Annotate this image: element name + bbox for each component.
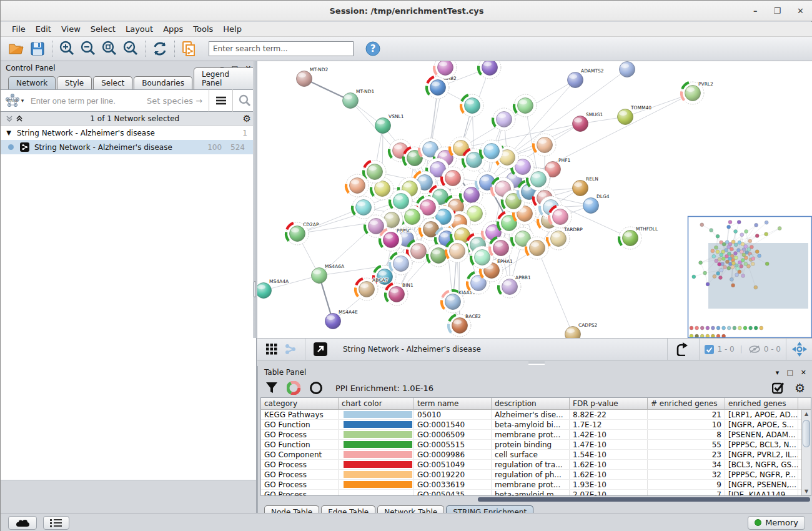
- splitter-grip[interactable]: [528, 362, 545, 365]
- table-row[interactable]: GO ProcessGO:0051049regulation of tra...…: [261, 460, 811, 470]
- chart-color-cell: [339, 460, 414, 469]
- grid-view-button[interactable]: [262, 339, 281, 359]
- network-canvas[interactable]: MT-ND2MT-ND1VSNL1GAB2ADAMTS2SMUG1TOMM40P…: [257, 61, 812, 338]
- menu-file[interactable]: File: [7, 22, 31, 36]
- panel-close-icon[interactable]: ✕: [801, 369, 806, 376]
- h-scrollbar-thumb[interactable]: [478, 497, 810, 502]
- zoom-in-button[interactable]: [56, 39, 77, 59]
- table-panel: Table Panel ▾ □ ✕ PPI Enrichment: 1.0E-1…: [257, 366, 812, 513]
- column-header-chart-color[interactable]: chart color: [339, 398, 414, 409]
- menu-view[interactable]: View: [56, 22, 86, 36]
- clone-network-button[interactable]: [179, 39, 200, 59]
- column-header-fdr-p-value[interactable]: FDR p-value: [570, 398, 648, 409]
- column-header-enriched-genes[interactable]: enriched genes: [725, 398, 798, 409]
- menu-edit[interactable]: Edit: [31, 22, 56, 36]
- collapse-expand-icons[interactable]: [6, 114, 27, 123]
- minimize-button[interactable]: –: [753, 7, 758, 15]
- scroll-up-icon[interactable]: ▲: [802, 410, 811, 419]
- table-splitter[interactable]: [257, 360, 812, 366]
- set-species-hint[interactable]: Set species →: [147, 96, 209, 106]
- network-row-selected[interactable]: String Network - Alzheimer's disease 100…: [1, 140, 256, 154]
- tab-legend-panel[interactable]: Legend Panel: [194, 67, 256, 89]
- table-row[interactable]: GO ProcessGO:0006509membrane prot...1.42…: [261, 430, 811, 440]
- cloud-tasks-button[interactable]: [8, 516, 37, 530]
- cell: [PPP5C, BCL3, N...: [725, 440, 798, 449]
- table-settings-gear-icon[interactable]: ⚙: [795, 382, 805, 394]
- tree-expand-icon[interactable]: ▼: [1, 129, 17, 136]
- title-bar: Session: /tmp/enrichmentTest.cys – ❐ ✕: [1, 1, 812, 21]
- svg-text:ABCA7: ABCA7: [372, 277, 389, 283]
- panel-splitter[interactable]: [253, 61, 257, 338]
- menu-apps[interactable]: Apps: [158, 22, 188, 36]
- menu-bar: FileEditViewSelectLayoutAppsToolsHelp: [1, 22, 812, 37]
- vertical-scrollbar[interactable]: ▲ ▼: [801, 410, 811, 496]
- zoom-out-button[interactable]: [77, 39, 99, 59]
- menu-layout[interactable]: Layout: [121, 22, 158, 36]
- cell: GO Process: [261, 460, 339, 469]
- table-row[interactable]: GO ProcessGO:0033619membrane prot...1.93…: [261, 480, 811, 490]
- svg-text:BIN1: BIN1: [402, 282, 413, 288]
- cell: 10: [648, 420, 725, 429]
- cell: 32: [648, 470, 725, 479]
- open-in-browser-button[interactable]: [310, 339, 330, 359]
- tab-boundaries[interactable]: Boundaries: [134, 76, 192, 89]
- cell: 8: [648, 430, 725, 439]
- table-row[interactable]: KEGG Pathways05010Alzheimer's dise...8.8…: [261, 410, 811, 420]
- filter-enrichment-icon[interactable]: [265, 382, 278, 394]
- splitter-handle[interactable]: [254, 281, 256, 297]
- zoom-fit-button[interactable]: [99, 39, 120, 59]
- chart-color-cell: [339, 450, 414, 459]
- table-header-row: categorychart colorterm namedescriptionF…: [261, 398, 811, 410]
- table-row[interactable]: GO ProcessGO:0050435beta-amyloid m...2.0…: [261, 490, 811, 496]
- table-row[interactable]: GO FunctionGO:0005515protein binding1.47…: [261, 440, 811, 450]
- menu-select[interactable]: Select: [86, 22, 121, 36]
- cell: protein binding: [492, 440, 570, 449]
- open-session-button[interactable]: [6, 39, 27, 59]
- column-header--enriched-genes[interactable]: # enriched genes: [648, 398, 725, 409]
- panel-menu-icon[interactable]: ▾: [776, 369, 780, 376]
- tab-style[interactable]: Style: [57, 76, 92, 89]
- tab-network[interactable]: Network: [8, 76, 56, 89]
- menu-tools[interactable]: Tools: [188, 22, 218, 36]
- search-input[interactable]: [209, 41, 354, 56]
- svg-text:PVRL2: PVRL2: [698, 81, 713, 87]
- birdseye-toggle-button[interactable]: [786, 341, 812, 357]
- svg-text:EPHA1: EPHA1: [497, 259, 513, 264]
- svg-text:?: ?: [370, 43, 376, 54]
- panel-float-icon[interactable]: □: [786, 369, 793, 376]
- string-term-input[interactable]: [28, 96, 147, 106]
- horizontal-scrollbar[interactable]: [260, 497, 811, 502]
- help-button[interactable]: ?: [362, 39, 384, 59]
- string-share-button[interactable]: [281, 339, 300, 359]
- column-header-category[interactable]: category: [261, 398, 339, 409]
- maximize-button[interactable]: ❐: [773, 7, 781, 15]
- select-all-icon[interactable]: [772, 382, 785, 394]
- scrollbar-thumb[interactable]: [803, 420, 810, 447]
- cell: 55: [648, 440, 725, 449]
- table-row[interactable]: GO FunctionGO:0001540beta-amyloid bi...1…: [261, 420, 811, 430]
- svg-text:VSNL1: VSNL1: [389, 114, 404, 119]
- scroll-down-icon[interactable]: ▼: [802, 487, 811, 496]
- svg-text:MS4A6A: MS4A6A: [325, 264, 345, 269]
- column-header-term-name[interactable]: term name: [414, 398, 492, 409]
- cell: 1.62E-10: [570, 470, 648, 479]
- column-header-description[interactable]: description: [492, 398, 570, 409]
- remove-chart-icon[interactable]: [309, 381, 323, 395]
- chart-settings-icon[interactable]: [287, 381, 300, 395]
- table-row[interactable]: GO ComponentGO:0009986cell surface1.54E-…: [261, 450, 811, 460]
- close-button[interactable]: ✕: [797, 7, 804, 15]
- refresh-button[interactable]: [149, 39, 171, 59]
- save-session-button[interactable]: [27, 39, 48, 59]
- network-collection-row[interactable]: ▼ String Network - Alzheimer's disease 1: [1, 126, 256, 140]
- svg-text:ADAMTS2: ADAMTS2: [581, 68, 604, 74]
- string-options-button[interactable]: [209, 89, 232, 112]
- zoom-selected-button[interactable]: [120, 39, 141, 59]
- task-history-button[interactable]: [43, 516, 69, 530]
- string-protein-query-icon[interactable]: STRING ▾: [1, 93, 28, 108]
- memory-button[interactable]: Memory: [748, 516, 805, 530]
- network-options-gear-icon[interactable]: ⚙: [243, 113, 251, 124]
- tab-select[interactable]: Select: [93, 76, 132, 89]
- export-network-button[interactable]: [673, 339, 694, 359]
- menu-help[interactable]: Help: [218, 22, 247, 36]
- table-row[interactable]: GO ProcessGO:0019220regulation of ph...1…: [261, 470, 811, 480]
